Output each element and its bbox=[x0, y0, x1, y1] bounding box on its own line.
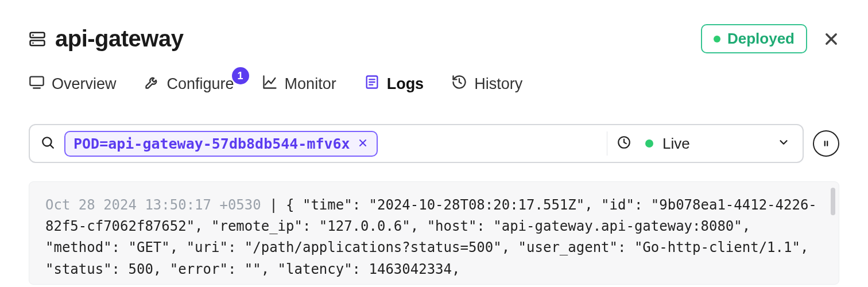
remove-chip-button[interactable] bbox=[357, 135, 369, 152]
search-icon bbox=[40, 135, 55, 152]
server-stack-icon bbox=[29, 30, 46, 48]
tab-overview-label: Overview bbox=[52, 75, 117, 93]
tab-configure[interactable]: Configure 1 bbox=[144, 74, 234, 94]
line-chart-icon bbox=[262, 74, 278, 94]
tabs: Overview Configure 1 Monitor bbox=[29, 74, 839, 94]
svg-rect-6 bbox=[30, 77, 43, 86]
tab-configure-label: Configure bbox=[167, 75, 234, 93]
log-output[interactable]: Oct 28 2024 13:50:17 +0530 | { "time": "… bbox=[29, 181, 839, 285]
svg-line-13 bbox=[51, 145, 53, 148]
live-label: Live bbox=[662, 135, 768, 153]
monitor-screen-icon bbox=[29, 74, 45, 94]
tab-overview[interactable]: Overview bbox=[29, 74, 117, 94]
tab-monitor-label: Monitor bbox=[285, 75, 336, 93]
tab-monitor[interactable]: Monitor bbox=[262, 74, 336, 94]
page-title: api-gateway bbox=[55, 26, 183, 52]
status-dot-icon bbox=[714, 36, 720, 42]
time-range-selector[interactable]: Live bbox=[607, 135, 803, 153]
configure-badge: 1 bbox=[232, 67, 249, 84]
tab-history-label: History bbox=[474, 75, 522, 93]
filter-chip-text: POD=api-gateway-57db8db544-mfv6x bbox=[73, 135, 350, 152]
tab-history[interactable]: History bbox=[451, 74, 522, 94]
tab-logs-label: Logs bbox=[387, 75, 424, 93]
clock-icon bbox=[617, 135, 631, 152]
svg-rect-17 bbox=[824, 141, 826, 146]
document-lines-icon bbox=[364, 74, 380, 94]
wrench-icon bbox=[144, 74, 160, 94]
scrollbar-thumb[interactable] bbox=[831, 188, 835, 215]
close-button[interactable] bbox=[823, 31, 839, 47]
search-input[interactable]: POD=api-gateway-57db8db544-mfv6x bbox=[30, 131, 607, 157]
status-badge: Deployed bbox=[701, 24, 807, 53]
live-dot-icon bbox=[645, 139, 653, 148]
status-label: Deployed bbox=[727, 30, 795, 48]
log-line-timestamp: Oct 28 2024 13:50:17 +0530 bbox=[45, 197, 261, 213]
history-clock-icon bbox=[451, 74, 467, 94]
svg-rect-18 bbox=[827, 141, 828, 146]
tab-logs[interactable]: Logs bbox=[364, 74, 424, 94]
chevron-down-icon bbox=[777, 136, 790, 151]
pause-button[interactable] bbox=[813, 130, 839, 157]
filter-chip[interactable]: POD=api-gateway-57db8db544-mfv6x bbox=[64, 131, 378, 157]
filter-bar: POD=api-gateway-57db8db544-mfv6x bbox=[29, 124, 804, 163]
